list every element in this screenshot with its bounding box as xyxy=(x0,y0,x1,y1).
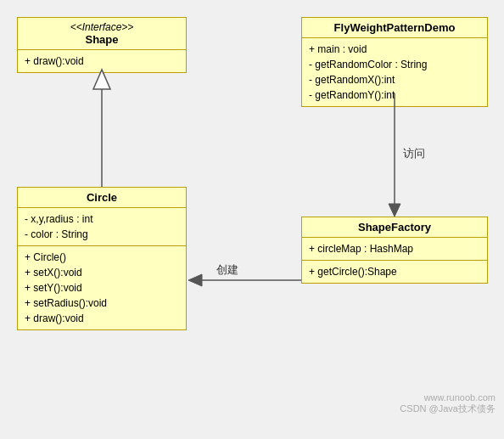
shape-method-1: + draw():void xyxy=(25,53,179,69)
svg-marker-3 xyxy=(389,204,400,217)
shape-factory-methods-section: + getCircle():Shape xyxy=(302,261,487,283)
shape-name: Shape xyxy=(25,33,179,46)
svg-marker-6 xyxy=(188,274,202,286)
circle-name: Circle xyxy=(25,191,179,204)
circle-attr-2: - color : String xyxy=(25,227,179,242)
circle-method-3: + setY():void xyxy=(25,280,179,295)
flyweight-demo-methods-section: + main : void - getRandomColor : String … xyxy=(302,38,487,106)
shape-factory-attr-1: + circleMap : HashMap xyxy=(309,241,480,256)
shape-factory-attributes-section: + circleMap : HashMap xyxy=(302,238,487,261)
shape-factory-name: ShapeFactory xyxy=(309,221,480,234)
shape-header: <<Interface>> Shape xyxy=(18,18,186,50)
circle-method-1: + Circle() xyxy=(25,250,179,265)
circle-methods-section: + Circle() + setX():void + setY():void +… xyxy=(18,246,186,329)
circle-method-2: + setX():void xyxy=(25,265,179,280)
svg-text:创建: 创建 xyxy=(216,263,238,276)
circle-attributes-section: - x,y,radius : int - color : String xyxy=(18,208,186,246)
flyweight-demo-method-4: - getRandomY():int xyxy=(309,87,480,103)
circle-method-5: + draw():void xyxy=(25,311,179,326)
circle-attr-1: - x,y,radius : int xyxy=(25,211,179,227)
diagram-container: <<Interface>> Shape + draw():void Circle… xyxy=(0,0,504,439)
shape-factory-method-1: + getCircle():Shape xyxy=(309,264,480,279)
watermark-line1: www.runoob.com xyxy=(400,392,496,402)
circle-method-4: + setRadius():void xyxy=(25,295,179,311)
flyweight-demo-class-box: FlyWeightPatternDemo + main : void - get… xyxy=(301,17,488,107)
shape-stereotype: <<Interface>> xyxy=(25,21,179,33)
flyweight-demo-method-2: - getRandomColor : String xyxy=(309,57,480,72)
flyweight-demo-method-3: - getRandomX():int xyxy=(309,72,480,87)
shape-class-box: <<Interface>> Shape + draw():void xyxy=(17,17,187,73)
shape-methods-section: + draw():void xyxy=(18,50,186,72)
shape-factory-class-box: ShapeFactory + circleMap : HashMap + get… xyxy=(301,217,488,284)
flyweight-demo-name: FlyWeightPatternDemo xyxy=(309,21,480,34)
watermark: www.runoob.com CSDN @Java技术债务 xyxy=(400,392,496,415)
flyweight-demo-method-1: + main : void xyxy=(309,42,480,57)
flyweight-demo-header: FlyWeightPatternDemo xyxy=(302,18,487,38)
shape-factory-header: ShapeFactory xyxy=(302,217,487,238)
watermark-line2: CSDN @Java技术债务 xyxy=(400,402,496,415)
circle-class-box: Circle - x,y,radius : int - color : Stri… xyxy=(17,187,187,330)
circle-header: Circle xyxy=(18,188,186,208)
svg-text:访问: 访问 xyxy=(403,147,425,160)
